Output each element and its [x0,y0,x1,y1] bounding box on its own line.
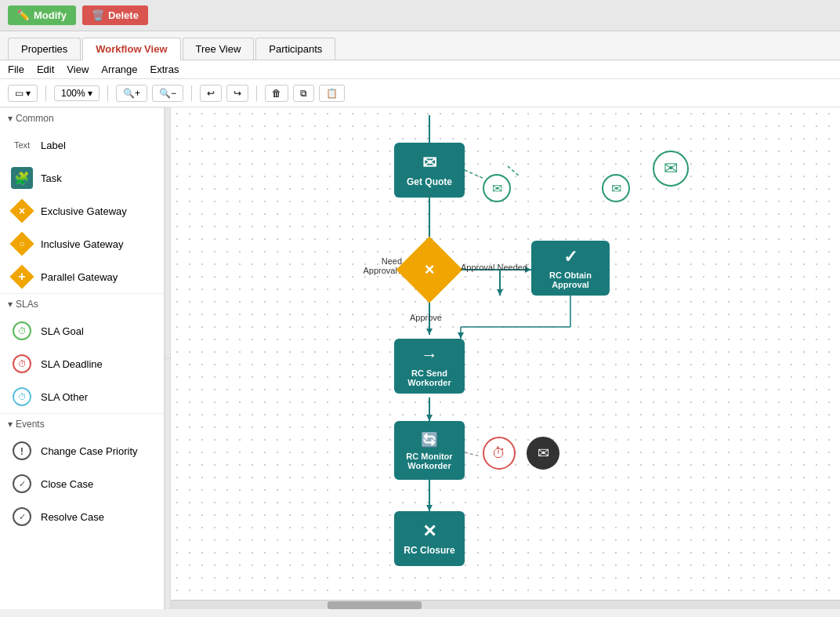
modify-icon: ✏️ [17,9,30,21]
menu-extras[interactable]: Extras [150,64,179,75]
workflow-canvas[interactable]: ✉ Get Quote ✉ ✉ ✉ NeedApproval? × Approv… [171,107,840,609]
chevron-down-icon: ▾ [8,113,13,124]
inclusive-gateway-icon: ○ [11,233,33,255]
section-slas-label: SLAs [16,299,38,310]
chevron-down-icon: ▾ [26,88,31,99]
change-priority-icon: ! [11,440,33,462]
copy-button[interactable]: ⧉ [293,85,314,102]
exclusive-gateway-text: Exclusive Gateway [41,205,127,217]
task-item-text: Task [41,172,62,184]
sidebar-item-close-case[interactable]: ✓ Close Case [0,467,164,500]
email-event-2[interactable]: ✉ [602,174,630,202]
rc-closure-icon: ✕ [422,521,436,542]
node-rc-monitor-workorder[interactable]: 🔄 RC Monitor Workorder [394,421,465,480]
section-events-label: Events [16,419,45,430]
delete-icon: 🗑️ [92,9,104,21]
node-rc-send-workorder[interactable]: → RC Send Workorder [394,339,465,394]
chevron-down-icon-events: ▾ [8,419,13,430]
svg-marker-18 [426,505,433,511]
task-icon: 🧩 [11,167,33,189]
main-content: ▾ Common Text Label 🧩 Task × [0,107,840,609]
rc-obtain-approval-label: RC Obtain Approval [538,270,603,289]
tab-participants[interactable]: Participants [255,38,335,60]
shape-select-button[interactable]: ▭ ▾ [8,85,38,102]
separator-4 [256,85,257,101]
get-quote-icon: ✉ [422,153,436,173]
paste-button[interactable]: 📋 [319,85,345,102]
sidebar-item-resolve-case[interactable]: ✓ Resolve Case [0,500,164,533]
node-exclusive-gateway[interactable]: × [396,237,463,303]
sidebar-item-label[interactable]: Text Label [0,129,164,162]
sidebar-item-sla-deadline[interactable]: ⏱ SLA Deadline [0,347,164,380]
tab-properties[interactable]: Properties [8,38,81,60]
text-icon: Text [11,134,33,156]
resolve-case-icon: ✓ [11,506,33,528]
separator-3 [191,85,192,101]
email-event-3[interactable]: ✉ [653,151,689,187]
sidebar-item-inclusive-gateway[interactable]: ○ Inclusive Gateway [0,227,164,260]
approval-needed-label: Approval Needed [461,263,527,272]
tab-tree[interactable]: Tree View [183,38,255,60]
section-common-label: Common [16,113,54,124]
sla-goal-text: SLA Goal [41,325,84,337]
sla-other-icon: ⏱ [11,386,33,408]
undo-button[interactable]: ↩ [200,85,222,102]
svg-marker-8 [497,289,503,296]
parallel-gateway-icon: + [11,266,33,288]
sidebar-item-change-case-priority[interactable]: ! Change Case Priority [0,434,164,467]
change-case-priority-text: Change Case Priority [41,445,138,457]
redo-button[interactable]: ↪ [226,85,248,102]
dark-email-event[interactable]: ✉ [527,437,559,470]
sla-other-text: SLA Other [41,391,88,403]
section-events[interactable]: ▾ Events [0,413,164,434]
menu-file[interactable]: File [8,64,24,75]
menu-view[interactable]: View [67,64,89,75]
modify-button[interactable]: ✏️ Modify [8,5,76,25]
sidebar-item-task[interactable]: 🧩 Task [0,162,164,194]
need-approval-label: NeedApproval? [339,256,402,275]
menu-bar: File Edit View Arrange Extras [0,60,840,79]
section-common[interactable]: ▾ Common [0,107,164,129]
sidebar-item-sla-other[interactable]: ⏱ SLA Other [0,380,164,413]
chevron-down-icon-slas: ▾ [8,299,13,310]
sidebar-item-exclusive-gateway[interactable]: × Exclusive Gateway [0,194,164,227]
delete-button[interactable]: 🗑️ Delete [82,5,148,25]
canvas-scrollbar[interactable] [171,600,840,609]
delete-action-button[interactable]: 🗑 [265,85,288,102]
separator-1 [45,85,46,101]
resolve-case-text: Resolve Case [41,511,104,523]
menu-edit[interactable]: Edit [37,64,54,75]
zoom-out-button[interactable]: 🔍− [152,85,183,102]
sla-deadline-icon: ⏱ [11,353,33,375]
top-toolbar: ✏️ Modify 🗑️ Delete [0,0,840,31]
svg-line-21 [465,452,480,456]
close-case-text: Close Case [41,478,93,490]
email-event-1[interactable]: ✉ [483,174,511,202]
sla-deadline-text: SLA Deadline [41,358,103,370]
separator-2 [107,85,108,101]
sla-deadline-event[interactable]: ⏱ [483,437,516,470]
sidebar-item-parallel-gateway[interactable]: + Parallel Gateway [0,260,164,293]
zoom-in-button[interactable]: 🔍+ [116,85,147,102]
node-rc-closure[interactable]: ✕ RC Closure [394,511,465,566]
section-slas[interactable]: ▾ SLAs [0,293,164,314]
exclusive-gateway-icon: × [11,200,33,222]
sla-goal-icon: ⏱ [11,320,33,342]
rc-send-workorder-label: RC Send Workorder [400,368,458,387]
svg-line-20 [508,166,520,176]
tab-workflow[interactable]: Workflow View [82,38,180,60]
node-rc-obtain-approval[interactable]: ✓ RC Obtain Approval [531,241,610,296]
approve-label: Approve [410,313,442,322]
resize-handle[interactable]: ⋮ [165,107,171,609]
svg-marker-5 [426,328,433,335]
get-quote-label: Get Quote [407,176,452,187]
action-bar: ▭ ▾ 100% ▾ 🔍+ 🔍− ↩ ↪ 🗑 ⧉ 📋 [0,79,840,107]
zoom-display: 100% ▾ [54,85,100,101]
rc-send-workorder-icon: → [421,345,438,365]
node-get-quote[interactable]: ✉ Get Quote [394,143,465,198]
rc-monitor-label: RC Monitor Workorder [400,452,458,470]
inclusive-gateway-text: Inclusive Gateway [41,238,124,250]
menu-arrange[interactable]: Arrange [101,64,137,75]
shape-icon: ▭ [15,88,24,99]
sidebar-item-sla-goal[interactable]: ⏱ SLA Goal [0,314,164,347]
